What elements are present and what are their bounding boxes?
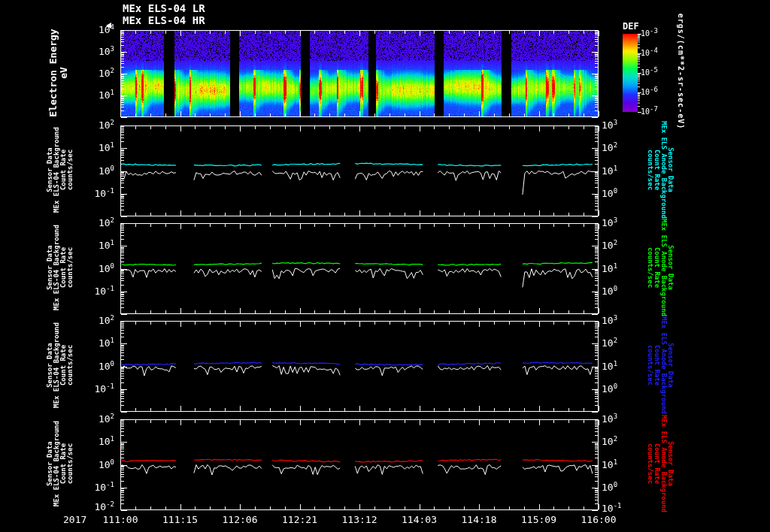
trace-white xyxy=(194,366,262,375)
colorbar-tick-label: 10-5 xyxy=(641,68,689,77)
trace-colored xyxy=(122,364,176,365)
panel-right-ytick-label: 101 xyxy=(602,165,650,177)
trace-colored xyxy=(523,460,593,462)
trace-white xyxy=(523,465,593,474)
figure-title-lr: MEx ELS-04 LR xyxy=(123,2,205,14)
trace-colored xyxy=(523,262,593,264)
x-tick-label: 113:12 xyxy=(333,514,386,525)
trace-white xyxy=(122,269,176,278)
colorbar-tick-label: 10-4 xyxy=(641,49,689,57)
panel-right-ytick-label: 10-1 xyxy=(602,503,650,514)
spectrogram-ytick-label: 102 xyxy=(66,68,114,79)
trace-colored xyxy=(194,362,262,364)
trace-white xyxy=(194,171,262,180)
panel-right-ytick-label: 102 xyxy=(602,337,650,349)
panel-right-ytick-label: 100 xyxy=(602,188,650,199)
panel-right-ytick-label: 100 xyxy=(602,286,650,297)
x-tick-label: 116:00 xyxy=(572,514,625,525)
trace-colored xyxy=(122,461,176,462)
x-tick-label: 114:03 xyxy=(393,514,446,525)
trace-white xyxy=(272,171,340,180)
trace-colored xyxy=(272,263,340,264)
x-tick-label: 111:00 xyxy=(94,514,147,525)
trace-colored xyxy=(523,362,593,364)
panel-right-ytick-label: 100 xyxy=(602,482,650,493)
panel-right-ytick-label: 102 xyxy=(602,436,650,447)
trace-white xyxy=(438,465,501,475)
panel-right-ytick-label: 101 xyxy=(602,263,650,274)
trace-colored xyxy=(355,364,423,365)
trace-white xyxy=(122,465,176,474)
trace-colored xyxy=(355,264,423,265)
trace-white xyxy=(355,465,423,475)
trace-white xyxy=(523,269,593,288)
x-tick-label: 114:18 xyxy=(453,514,505,525)
trace-colored xyxy=(438,264,501,265)
panel-right-ytick-label: 101 xyxy=(602,459,650,470)
x-tick-label: 115:09 xyxy=(513,514,565,525)
panel-right-ytick-label: 102 xyxy=(602,240,650,251)
trace-white xyxy=(438,268,501,277)
panel-right-ytick-label: 101 xyxy=(602,361,650,372)
trace-colored xyxy=(122,164,176,165)
trace-colored xyxy=(194,165,262,166)
trace-white xyxy=(272,366,340,376)
trace-colored xyxy=(194,263,262,264)
trace-colored xyxy=(523,164,593,166)
x-tick-label: 111:15 xyxy=(154,514,207,525)
panel-right-ytick-label: 102 xyxy=(602,142,650,153)
trace-colored xyxy=(122,264,176,265)
trace-colored xyxy=(438,363,501,365)
trace-colored xyxy=(355,461,423,462)
trace-white xyxy=(194,269,262,277)
panel-right-label: Sensor DataMEx ELS Anode BackgroundCount… xyxy=(647,388,674,532)
x-tick-label: 112:21 xyxy=(274,514,326,525)
trace-white xyxy=(194,465,262,476)
trace-white xyxy=(355,171,423,180)
trace-white xyxy=(438,171,501,181)
trace-white xyxy=(355,268,423,278)
colorbar-title: DEF xyxy=(623,21,639,32)
trace-colored xyxy=(355,163,423,165)
colorbar-tick-label: 10-3 xyxy=(641,29,689,38)
panel-right-ytick-label: 100 xyxy=(602,383,650,394)
panel-border xyxy=(121,420,599,510)
trace-white xyxy=(523,366,593,375)
trace-colored xyxy=(194,459,262,461)
trace-white xyxy=(272,268,340,279)
trace-colored xyxy=(272,363,340,364)
panel-border xyxy=(121,322,599,412)
trace-colored xyxy=(438,459,501,461)
panel-right-ytick-label: 103 xyxy=(602,413,650,425)
panel-left-label: Sensor DataMEx ELS-04 BackgroundCount Ra… xyxy=(47,388,74,532)
trace-colored xyxy=(438,165,501,166)
x-tick-label: 112:06 xyxy=(214,514,266,525)
panel-border xyxy=(121,126,599,216)
figure: MEx ELS-04 LR MEx ELS-04 HR Electron Ene… xyxy=(0,0,770,532)
trace-white xyxy=(122,171,176,180)
panel-border xyxy=(121,31,599,117)
panel-right-ytick-label: 103 xyxy=(602,119,650,131)
panel-right-ytick-label: 103 xyxy=(602,315,650,326)
trace-colored xyxy=(272,460,340,462)
trace-white xyxy=(438,366,501,370)
colorbar xyxy=(623,34,638,112)
panel-border xyxy=(121,224,599,314)
figure-title-hr: MEx ELS-04 HR xyxy=(123,14,205,26)
spectrogram-ytick-label: 104 xyxy=(66,24,114,35)
trace-white xyxy=(272,465,340,475)
trace-white xyxy=(355,366,423,376)
spectrogram-ytick-label: 103 xyxy=(66,46,114,57)
panel-right-ytick-label: 103 xyxy=(602,217,650,228)
trace-colored xyxy=(272,163,340,165)
trace-white xyxy=(122,366,176,376)
trace-white xyxy=(523,171,593,195)
